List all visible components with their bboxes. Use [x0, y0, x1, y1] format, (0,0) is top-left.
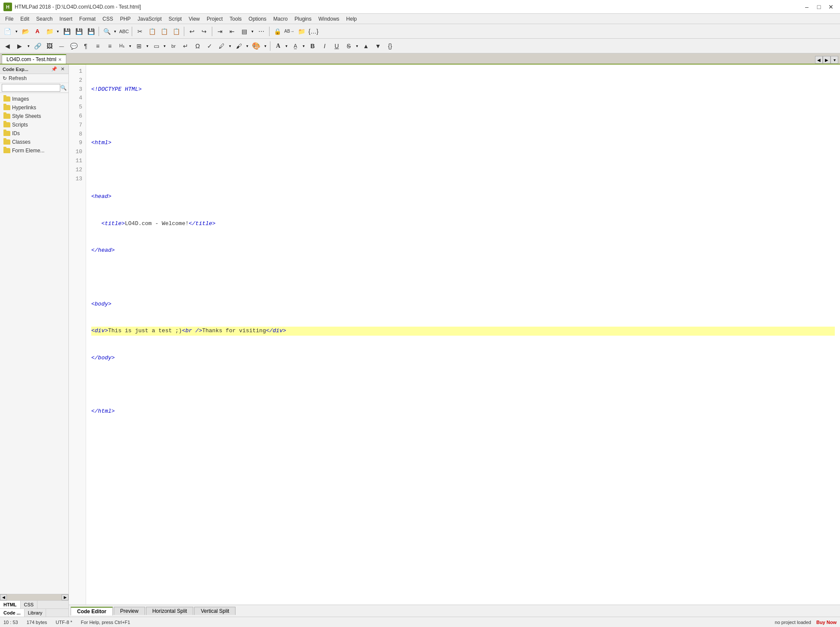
indent-button[interactable]: ⇥	[214, 26, 226, 37]
close-button[interactable]: ✕	[825, 3, 837, 11]
tree-item-formelements[interactable]: Form Eleme...	[0, 146, 68, 155]
menu-insert[interactable]: Insert	[56, 14, 76, 24]
hr-button[interactable]: —	[56, 40, 67, 52]
paragraph-button[interactable]: ¶	[80, 40, 91, 52]
menu-plugins[interactable]: Plugins	[291, 14, 315, 24]
menu-php[interactable]: PHP	[117, 14, 134, 24]
history-dropdown[interactable]: ▾	[26, 40, 31, 52]
editor-tab-vertical[interactable]: Vertical Split	[194, 607, 236, 615]
save-as-button[interactable]: 💾	[85, 26, 96, 37]
color-dropdown[interactable]: ▾	[245, 40, 250, 52]
cut-button[interactable]: ✂	[134, 26, 146, 37]
tab-prev-button[interactable]: ◀	[815, 56, 823, 64]
left-tab-html[interactable]: HTML	[0, 601, 21, 608]
font-size-dropdown[interactable]: ▾	[301, 40, 306, 52]
validate-button[interactable]: ✓	[204, 40, 215, 52]
search-dropdown[interactable]: ▾	[112, 26, 118, 37]
bold-button[interactable]: B	[307, 40, 318, 52]
buy-now-button[interactable]: Buy Now	[816, 620, 837, 625]
tree-item-ids[interactable]: IDs	[0, 129, 68, 138]
menu-help[interactable]: Help	[343, 14, 360, 24]
tab-list-button[interactable]: ▾	[831, 56, 838, 64]
nbsp-button[interactable]: ↵	[180, 40, 191, 52]
tree-item-scripts[interactable]: Scripts	[0, 120, 68, 129]
maximize-button[interactable]: □	[813, 3, 825, 11]
font-dropdown[interactable]: ▾	[284, 40, 289, 52]
menu-options[interactable]: Options	[245, 14, 270, 24]
paste-button[interactable]: 📋	[158, 26, 170, 37]
tree-item-classes[interactable]: Classes	[0, 138, 68, 146]
special-chars[interactable]: Ω	[192, 40, 203, 52]
open-dropdown[interactable]: ▾	[55, 26, 60, 37]
new-dropdown[interactable]: ▾	[14, 26, 19, 37]
code-area[interactable]: 1 2 3 4 5 6 7 8 9 10 11 12 13 <!DOCTYPE …	[69, 65, 840, 605]
table-dropdown[interactable]: ▾	[145, 40, 150, 52]
search-icon[interactable]: 🔍	[60, 85, 67, 91]
minimize-button[interactable]: –	[801, 3, 812, 11]
copy-button[interactable]: 📋	[146, 26, 158, 37]
refresh-button[interactable]: ↻ Refresh	[0, 74, 68, 83]
more-button[interactable]: ⋯	[256, 26, 267, 37]
editor-tab-code[interactable]: Code Editor	[71, 607, 113, 615]
ol-button[interactable]: ≡	[104, 40, 115, 52]
menu-project[interactable]: Project	[203, 14, 226, 24]
highlight-button[interactable]: 🖊	[216, 40, 227, 52]
editor-tab-horizontal[interactable]: Horizontal Split	[146, 607, 194, 615]
menu-javascript[interactable]: JavaScript	[134, 14, 165, 24]
tab-close-button[interactable]: ✕	[58, 57, 62, 62]
search-button[interactable]: 🔍	[101, 26, 112, 37]
tags-button[interactable]: 🔒	[272, 26, 283, 37]
colorpicker-dropdown[interactable]: ▾	[263, 40, 268, 52]
browse-button[interactable]: 📁	[296, 26, 307, 37]
tree-item-images[interactable]: Images	[0, 95, 68, 103]
down-arrow-button[interactable]: ▼	[372, 40, 384, 52]
table-button[interactable]: ⊞	[133, 40, 145, 52]
panel-pin-button[interactable]: 📌	[50, 66, 59, 72]
menu-search[interactable]: Search	[33, 14, 56, 24]
paste-special[interactable]: 📋	[170, 26, 182, 37]
strikethrough-button[interactable]: S	[343, 40, 354, 52]
strikethrough-dropdown[interactable]: ▾	[354, 40, 360, 52]
heading-dropdown[interactable]: ▾	[127, 40, 133, 52]
menu-file[interactable]: File	[2, 14, 17, 24]
italic-button[interactable]: I	[319, 40, 330, 52]
font-button[interactable]: A	[273, 40, 284, 52]
scroll-track[interactable]	[7, 594, 62, 600]
left-tab-css[interactable]: CSS	[21, 601, 38, 608]
up-arrow-button[interactable]: ▲	[360, 40, 372, 52]
open-file[interactable]: 📁	[44, 26, 55, 37]
link-button[interactable]: 🔗	[32, 40, 43, 52]
menu-script[interactable]: Script	[165, 14, 186, 24]
tab-file[interactable]: LO4D.com - Test.html ✕	[2, 54, 66, 64]
panel-tab-code[interactable]: Code ...	[0, 609, 25, 617]
menu-macro[interactable]: Macro	[270, 14, 291, 24]
tab-next-button[interactable]: ▶	[823, 56, 831, 64]
brackets-button[interactable]: {}	[384, 40, 396, 52]
menu-view[interactable]: View	[185, 14, 203, 24]
replace-button[interactable]: AB→	[284, 26, 295, 37]
new-from-template[interactable]: A	[32, 26, 43, 37]
panel-close-button[interactable]: ✕	[59, 66, 66, 72]
scroll-left-button[interactable]: ◀	[0, 594, 7, 600]
spellcheck-button[interactable]: ABC	[118, 26, 130, 37]
br-button[interactable]: br	[168, 40, 179, 52]
menu-css[interactable]: CSS	[99, 14, 117, 24]
menu-format[interactable]: Format	[76, 14, 99, 24]
ul-button[interactable]: ≡	[92, 40, 103, 52]
forward-button[interactable]: ▶	[14, 40, 25, 52]
panel-tab-library[interactable]: Library	[25, 609, 46, 617]
image-button[interactable]: 🖼	[44, 40, 55, 52]
save-button[interactable]: 💾	[61, 26, 72, 37]
comment-button[interactable]: 💬	[68, 40, 79, 52]
highlight-dropdown[interactable]: ▾	[227, 40, 232, 52]
editor-tab-preview[interactable]: Preview	[114, 607, 145, 615]
tree-item-stylesheets[interactable]: Style Sheets	[0, 112, 68, 120]
layout-dropdown[interactable]: ▾	[250, 26, 255, 37]
outdent-button[interactable]: ⇤	[226, 26, 238, 37]
snippet-button[interactable]: {…}	[308, 26, 319, 37]
div-dropdown[interactable]: ▾	[162, 40, 167, 52]
code-content[interactable]: <!DOCTYPE HTML> <html> <head> <title>LO4…	[86, 65, 840, 605]
menu-tools[interactable]: Tools	[226, 14, 245, 24]
search-input[interactable]	[2, 84, 60, 92]
scroll-right-button[interactable]: ▶	[62, 594, 68, 600]
